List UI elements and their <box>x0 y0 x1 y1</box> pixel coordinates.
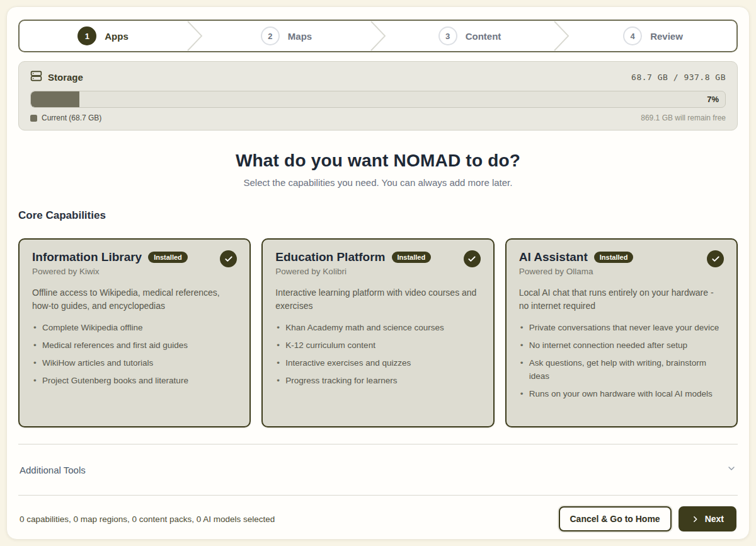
storage-remaining-note: 869.1 GB will remain free <box>641 113 726 122</box>
card-feature-list: Private conversations that never leave y… <box>519 322 724 401</box>
next-button[interactable]: Next <box>679 506 736 531</box>
step-label: Content <box>466 31 501 42</box>
storage-percent-label: 7% <box>707 91 719 107</box>
storage-panel: Storage 68.7 GB / 937.8 GB 7% Current (6… <box>18 61 738 131</box>
card-description: Interactive learning platform with video… <box>275 286 480 313</box>
selected-check-icon <box>220 250 237 267</box>
storage-usage-readout: 68.7 GB / 937.8 GB <box>631 73 726 82</box>
feature-item: Project Gutenberg books and literature <box>32 375 237 388</box>
additional-tools-toggle[interactable]: Additional Tools <box>18 444 738 496</box>
step-content[interactable]: 3 Content <box>386 21 553 51</box>
card-information-library[interactable]: Information Library Installed Powered by… <box>18 238 251 427</box>
powered-by-label: Powered by Kiwix <box>32 267 188 276</box>
feature-item: Ask questions, get help with writing, br… <box>519 357 724 383</box>
powered-by-label: Powered by Kolibri <box>275 267 431 276</box>
step-number-badge: 4 <box>623 26 642 45</box>
feature-item: No internet connection needed after setu… <box>519 339 724 352</box>
core-capabilities-heading: Core Capabilities <box>18 209 738 222</box>
card-title: Information Library <box>32 250 142 264</box>
feature-item: Private conversations that never leave y… <box>519 322 724 335</box>
legend-current-label: Current (68.7 GB) <box>42 113 101 122</box>
card-feature-list: Complete Wikipedia offline Medical refer… <box>32 322 237 388</box>
storage-progress-bar: 7% <box>30 91 726 108</box>
card-title: Education Platform <box>275 250 385 264</box>
installed-badge: Installed <box>392 252 432 263</box>
step-number-badge: 2 <box>261 26 280 45</box>
wizard-footer: 0 capabilities, 0 map regions, 0 content… <box>18 496 738 531</box>
step-label: Apps <box>105 31 129 42</box>
chevron-right-icon <box>691 515 699 523</box>
feature-item: Khan Academy math and science courses <box>275 322 480 335</box>
cancel-button[interactable]: Cancel & Go to Home <box>559 506 672 531</box>
legend-current-swatch <box>30 115 37 122</box>
selected-check-icon <box>707 250 724 267</box>
chevron-down-icon <box>726 463 736 476</box>
selection-summary: 0 capabilities, 0 map regions, 0 content… <box>20 514 275 524</box>
feature-item: Medical references and first aid guides <box>32 339 237 352</box>
card-description: Local AI chat that runs entirely on your… <box>519 286 724 313</box>
storage-title: Storage <box>48 72 83 83</box>
feature-item: Interactive exercises and quizzes <box>275 357 480 370</box>
feature-item: Progress tracking for learners <box>275 375 480 388</box>
step-label: Review <box>650 31 683 42</box>
installed-badge: Installed <box>594 252 634 263</box>
feature-item: Runs on your own hardware with local AI … <box>519 388 724 401</box>
feature-item: Complete Wikipedia offline <box>32 322 237 335</box>
step-maps[interactable]: 2 Maps <box>203 21 370 51</box>
powered-by-label: Powered by Ollama <box>519 267 634 276</box>
wizard-stepper: 1 Apps 2 Maps 3 Content 4 Review <box>18 20 738 52</box>
setup-wizard-panel: 1 Apps 2 Maps 3 Content 4 Review <box>6 6 750 540</box>
capability-cards: Information Library Installed Powered by… <box>18 238 738 427</box>
step-separator-chevron-icon <box>553 21 570 51</box>
step-separator-chevron-icon <box>370 21 386 51</box>
selected-check-icon <box>464 250 481 267</box>
step-apps[interactable]: 1 Apps <box>20 21 186 51</box>
feature-item: K-12 curriculum content <box>275 339 480 352</box>
storage-progress-fill <box>31 91 79 107</box>
card-title: AI Assistant <box>519 250 588 264</box>
next-button-label: Next <box>705 514 724 524</box>
card-education-platform[interactable]: Education Platform Installed Powered by … <box>261 238 494 427</box>
page-title: What do you want NOMAD to do? <box>18 151 738 171</box>
card-feature-list: Khan Academy math and science courses K-… <box>275 322 480 388</box>
step-separator-chevron-icon <box>186 21 203 51</box>
additional-tools-label: Additional Tools <box>20 465 86 475</box>
installed-badge: Installed <box>148 252 188 263</box>
step-number-badge: 1 <box>77 26 96 45</box>
storage-drive-icon <box>30 70 42 84</box>
feature-item: WikiHow articles and tutorials <box>32 357 237 370</box>
card-ai-assistant[interactable]: AI Assistant Installed Powered by Ollama… <box>505 238 738 427</box>
page-subtitle: Select the capabilities you need. You ca… <box>18 177 738 188</box>
card-description: Offline access to Wikipedia, medical ref… <box>32 286 237 313</box>
step-label: Maps <box>288 31 312 42</box>
step-review[interactable]: 4 Review <box>570 21 736 51</box>
step-number-badge: 3 <box>438 26 457 45</box>
